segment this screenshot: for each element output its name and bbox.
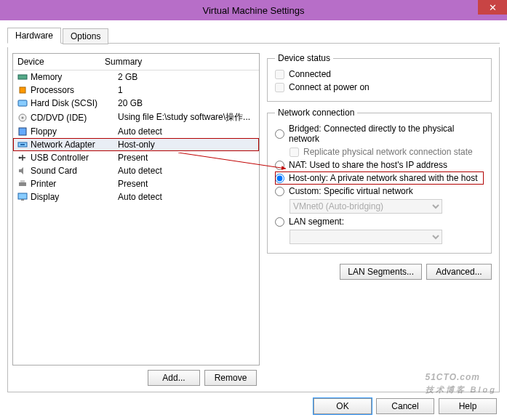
device-summary: 20 GB [118, 98, 255, 108]
col-device[interactable]: Device [17, 57, 105, 67]
lanseg-label: LAN segment: [289, 217, 344, 227]
device-row-net[interactable]: Network AdapterHost-only [13, 138, 259, 151]
tabs: Hardware Options [7, 27, 500, 44]
device-header: Device Summary [13, 54, 259, 70]
vmnet-row: VMnet0 (Auto-bridging) [290, 198, 484, 215]
sound-icon [17, 166, 28, 175]
watermark: 51CTO.com 技术博客 Blog [426, 364, 498, 395]
device-name: Hard Disk (SCSI) [31, 98, 115, 108]
device-summary: Present [118, 179, 255, 189]
connected-checkbox-row[interactable]: Connected [275, 68, 484, 81]
net-icon [17, 140, 28, 149]
right-buttons: LAN Segments... Advanced... [267, 264, 492, 280]
titlebar: Virtual Machine Settings ✕ [0, 0, 507, 20]
svg-rect-7 [20, 144, 25, 145]
svg-rect-5 [19, 128, 26, 135]
col-summary[interactable]: Summary [105, 57, 255, 67]
svg-rect-2 [18, 100, 27, 106]
device-row-display[interactable]: DisplayAuto detect [13, 190, 259, 203]
poweron-label: Connect at power on [289, 82, 370, 92]
tab-options[interactable]: Options [63, 28, 108, 44]
ok-button[interactable]: OK [314, 398, 372, 414]
advanced-button[interactable]: Advanced... [426, 264, 492, 280]
lanseg-select [290, 230, 442, 244]
device-row-cd[interactable]: CD/DVD (IDE)Using file E:\study software… [13, 110, 259, 125]
device-name: Network Adapter [31, 140, 115, 150]
device-summary: Auto detect [118, 126, 255, 137]
device-row-printer[interactable]: PrinterPresent [13, 177, 259, 190]
nat-radio-row[interactable]: NAT: Used to share the host's IP address [275, 158, 484, 171]
watermark-big: 51CTO.com [426, 372, 480, 382]
device-name: Processors [31, 85, 115, 95]
custom-radio-row[interactable]: Custom: Specific virtual network [275, 185, 484, 198]
device-summary: Auto detect [118, 166, 255, 176]
close-button[interactable]: ✕ [478, 0, 507, 15]
cancel-button[interactable]: Cancel [376, 398, 434, 414]
device-name: Printer [31, 179, 115, 189]
replicate-label: Replicate physical network connection st… [303, 147, 473, 157]
connected-checkbox [275, 70, 284, 79]
floppy-icon [17, 127, 28, 136]
device-status-legend: Device status [275, 53, 333, 63]
bridged-radio-row[interactable]: Bridged: Connected directly to the physi… [275, 122, 484, 145]
left-buttons: Add... Remove [12, 366, 260, 386]
hdd-icon [17, 99, 28, 108]
svg-rect-12 [21, 199, 24, 201]
device-summary: Present [118, 153, 255, 163]
device-name: Display [31, 192, 115, 202]
hostonly-label: Host-only: A private network shared with… [289, 173, 477, 183]
poweron-checkbox [275, 83, 284, 92]
watermark-small: 技术博客 Blog [426, 384, 498, 395]
nat-radio[interactable] [275, 161, 284, 170]
svg-rect-1 [20, 87, 25, 93]
remove-button[interactable]: Remove [204, 370, 257, 386]
svg-point-4 [22, 116, 24, 118]
right-pane: Device status Connected Connect at power… [267, 53, 492, 386]
svg-rect-10 [20, 180, 25, 182]
network-connection-group: Network connection Bridged: Connected di… [267, 108, 492, 254]
add-button[interactable]: Add... [148, 370, 200, 386]
svg-rect-9 [19, 182, 26, 186]
help-button[interactable]: Help [439, 398, 497, 414]
device-summary: Host-only [118, 140, 255, 150]
device-status-group: Device status Connected Connect at power… [267, 53, 492, 102]
device-row-hdd[interactable]: Hard Disk (SCSI)20 GB [13, 97, 259, 110]
device-name: Memory [31, 72, 115, 82]
device-row-cpu[interactable]: Processors1 [13, 84, 259, 97]
device-row-memory[interactable]: Memory2 GB [13, 70, 259, 84]
custom-radio[interactable] [275, 187, 284, 196]
device-row-sound[interactable]: Sound CardAuto detect [13, 164, 259, 177]
poweron-checkbox-row[interactable]: Connect at power on [275, 81, 484, 94]
device-list: Device Summary Memory2 GBProcessors1Hard… [12, 53, 260, 366]
display-icon [17, 193, 28, 201]
lanseg-radio-row[interactable]: LAN segment: [275, 215, 484, 228]
device-summary: Using file E:\study software\操作... [118, 111, 255, 124]
hostonly-radio-row[interactable]: Host-only: A private network shared with… [275, 171, 484, 185]
device-name: USB Controller [31, 153, 115, 163]
bridged-radio[interactable] [275, 129, 284, 139]
connected-label: Connected [289, 69, 331, 79]
content: Device Summary Memory2 GBProcessors1Hard… [7, 47, 500, 392]
device-name: Sound Card [31, 166, 115, 176]
bridged-label: Bridged: Connected directly to the physi… [289, 124, 484, 144]
lanseg-select-row [290, 228, 484, 246]
device-row-floppy[interactable]: FloppyAuto detect [13, 125, 259, 138]
left-pane: Device Summary Memory2 GBProcessors1Hard… [12, 53, 260, 386]
device-name: CD/DVD (IDE) [31, 113, 115, 123]
tab-hardware[interactable]: Hardware [7, 28, 61, 44]
usb-icon [17, 153, 28, 162]
device-summary: Auto detect [118, 192, 255, 202]
device-name: Floppy [31, 126, 115, 137]
device-summary: 1 [118, 85, 255, 95]
lan-segments-button[interactable]: LAN Segments... [340, 264, 422, 280]
replicate-checkbox [290, 148, 299, 157]
hostonly-radio[interactable] [275, 174, 284, 183]
svg-rect-0 [18, 75, 27, 79]
device-row-usb[interactable]: USB ControllerPresent [13, 151, 259, 164]
footer-buttons: OK Cancel Help [314, 398, 497, 414]
custom-label: Custom: Specific virtual network [289, 186, 413, 196]
cpu-icon [17, 86, 28, 94]
lanseg-radio[interactable] [275, 217, 284, 227]
netconn-legend: Network connection [275, 108, 357, 118]
cd-icon [17, 113, 28, 122]
